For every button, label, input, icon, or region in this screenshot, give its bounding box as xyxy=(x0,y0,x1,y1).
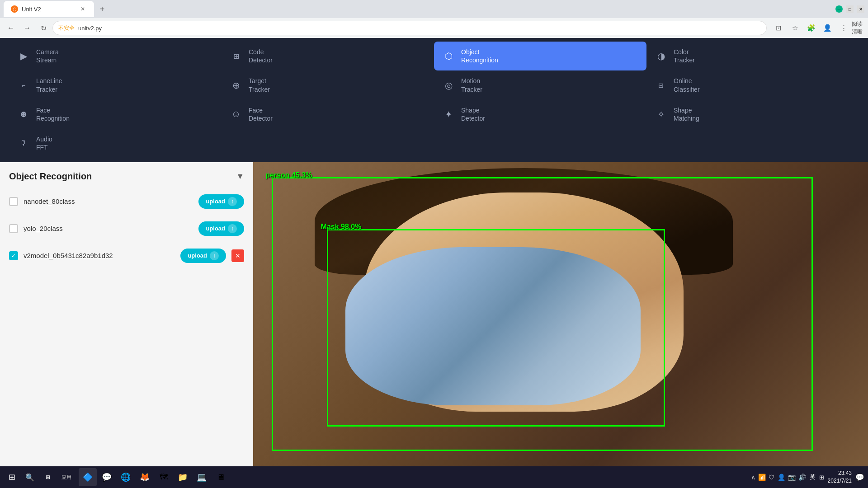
nav-item-code-detector[interactable]: ⊞ CodeDetector xyxy=(222,42,434,70)
tab-bar: ⬡ Unit V2 ✕ + ─ □ ✕ xyxy=(0,0,868,18)
taskbar-app-terminal[interactable]: 🖥 xyxy=(212,468,230,486)
nav-item-shape-detector[interactable]: ✦ ShapeDetector xyxy=(434,100,646,129)
nav-label-object-recognition: ObjectRecongnition xyxy=(461,48,498,64)
back-button[interactable]: ← xyxy=(4,21,18,35)
detection-label-person: person 45.3% xyxy=(265,171,312,179)
taskbar-apps: 🔷 💬 🌐 🦊 🗺 📁 💻 🖥 xyxy=(79,468,230,486)
refresh-button[interactable]: ↻ xyxy=(36,21,51,35)
upload-button-nanodet[interactable]: upload ↑ xyxy=(198,194,244,209)
nav-label-code-detector: CodeDetector xyxy=(249,48,273,64)
nav-item-shape-matching[interactable]: ✧ ShapeMatching xyxy=(646,100,859,129)
forward-button[interactable]: → xyxy=(20,21,34,35)
upload-button-yolo[interactable]: upload ↑ xyxy=(198,221,244,236)
upload-arrow-icon-yolo: ↑ xyxy=(228,224,237,233)
tray-arrow-icon[interactable]: ∧ xyxy=(751,474,755,481)
online-classifier-icon: ⊟ xyxy=(654,78,668,93)
reader-mode-icon[interactable]: 阅读清晰 xyxy=(852,22,864,34)
upload-arrow-icon-nanodet: ↑ xyxy=(228,197,237,206)
bookmark-icon[interactable]: ☆ xyxy=(788,22,801,34)
nav-item-target-tracker[interactable]: ⊕ TargetTracker xyxy=(222,70,434,99)
nav-item-color-tracker[interactable]: ◑ ColorTracker xyxy=(646,42,859,70)
url-text: unitv2.py xyxy=(78,25,102,32)
nav-item-audio-fft[interactable]: 🎙 AudioFFT xyxy=(9,129,222,158)
panel-header: Object Recognition ▼ xyxy=(9,171,244,182)
chrome-icon: 🌐 xyxy=(121,472,131,482)
code-detector-icon: ⊞ xyxy=(229,49,243,63)
nav-grid: ▶ CameraStream ⊞ CodeDetector ⬡ ObjectRe… xyxy=(0,42,868,158)
antivirus-icon[interactable]: 🛡 xyxy=(769,474,775,481)
nav-label-audio-fft: AudioFFT xyxy=(36,135,52,151)
tab-close-button[interactable]: ✕ xyxy=(79,5,87,13)
nav-item-camera-stream[interactable]: ▶ CameraStream xyxy=(9,42,222,70)
browser-chrome: ⬡ Unit V2 ✕ + ─ □ ✕ ← → ↻ 不安全 unitv2.py … xyxy=(0,0,868,38)
camera-stream-icon: ▶ xyxy=(16,49,31,63)
cast-icon[interactable]: ⊡ xyxy=(772,22,785,34)
profile-icon[interactable]: 👤 xyxy=(821,22,834,34)
wechat-icon: 💬 xyxy=(102,472,112,482)
menu-icon[interactable]: ⋮ xyxy=(837,22,850,34)
taskbar-app-chrome[interactable]: 🌐 xyxy=(117,468,135,486)
laneline-tracker-icon: ⌐ xyxy=(16,78,31,93)
widgets-button[interactable]: ⊞ xyxy=(40,469,56,485)
model-checkbox-yolo[interactable] xyxy=(9,224,18,233)
nav-item-object-recognition[interactable]: ⬡ ObjectRecongnition xyxy=(434,42,646,70)
nav-label-shape-matching: ShapeMatching xyxy=(674,106,699,122)
notification-icon[interactable]: 💬 xyxy=(855,473,864,482)
panel-collapse-button[interactable]: ▼ xyxy=(236,172,244,181)
window-control-close[interactable]: ✕ xyxy=(857,5,864,13)
window-control-minimize[interactable]: ─ xyxy=(835,5,843,13)
nav-item-face-detector[interactable]: ☺ FaceDetector xyxy=(222,100,434,129)
taskbar: ⊞ 🔍 ⊞ 应用 🔷 💬 🌐 🦊 🗺 📁 💻 🖥 ∧ 📶 xyxy=(0,466,868,488)
language-indicator: 英 xyxy=(810,473,816,481)
model-item-v2model: ✓ v2model_0b5431c82a9b1d32 upload ↑ ✕ xyxy=(9,245,244,267)
taskbar-app-firefox[interactable]: 🦊 xyxy=(136,468,154,486)
nav-item-motion-tracker[interactable]: ◎ MotionTracker xyxy=(434,70,646,99)
nav-label-motion-tracker: MotionTracker xyxy=(461,77,482,93)
nav-label-online-classifier: OnlineClassifier xyxy=(674,77,700,93)
extensions-icon[interactable]: 🧩 xyxy=(805,22,817,34)
face-detector-icon: ☺ xyxy=(229,107,243,122)
network-icon[interactable]: 📶 xyxy=(758,474,766,481)
object-recognition-icon: ⬡ xyxy=(441,49,456,63)
browser-toolbar: ⊡ ☆ 🧩 👤 ⋮ xyxy=(772,22,850,34)
active-tab[interactable]: ⬡ Unit V2 ✕ xyxy=(4,1,94,17)
nav-label-shape-detector: ShapeDetector xyxy=(461,106,485,122)
user-icon[interactable]: 👤 xyxy=(778,474,785,481)
clock-time: 23:43 xyxy=(828,469,852,477)
content-area: Object Recognition ▼ nanodet_80class upl… xyxy=(0,162,868,467)
camera-icon[interactable]: 📷 xyxy=(788,474,796,481)
taskbar-app-maps[interactable]: 🗺 xyxy=(155,468,173,486)
taskbar-app-wechat[interactable]: 💬 xyxy=(98,468,116,486)
input-mode-indicator: ⊞ xyxy=(819,474,824,481)
taskbar-app-filemanager[interactable]: 📁 xyxy=(174,468,192,486)
taskbar-app-ide[interactable]: 💻 xyxy=(193,468,211,486)
upload-button-v2model[interactable]: upload ↑ xyxy=(180,249,226,263)
face-recognition-icon: ☻ xyxy=(16,107,31,122)
shape-detector-icon: ✦ xyxy=(441,107,456,122)
model-checkbox-nanodet[interactable] xyxy=(9,197,18,206)
tab-favicon: ⬡ xyxy=(11,5,18,13)
model-name-yolo: yolo_20class xyxy=(24,225,193,232)
nav-item-laneline-tracker[interactable]: ⌐ LaneLineTracker xyxy=(9,70,222,99)
nav-item-online-classifier[interactable]: ⊟ OnlineClassifier xyxy=(646,70,859,99)
nav-item-face-recognition[interactable]: ☻ FaceRecognition xyxy=(9,100,222,129)
nav-label-camera-stream: CameraStream xyxy=(36,48,59,64)
firefox-icon: 🦊 xyxy=(140,472,150,482)
model-name-nanodet: nanodet_80class xyxy=(24,197,193,205)
address-bar[interactable]: 不安全 unitv2.py xyxy=(52,21,767,35)
upload-label-v2model: upload xyxy=(188,252,207,259)
clock-date: 2021/7/21 xyxy=(828,477,852,485)
start-button[interactable]: ⊞ xyxy=(4,469,20,485)
new-tab-button[interactable]: + xyxy=(96,3,108,15)
window-control-maximize[interactable]: □ xyxy=(846,5,854,13)
delete-button-v2model[interactable]: ✕ xyxy=(231,249,244,262)
taskbar-app-slack[interactable]: 🔷 xyxy=(79,468,97,486)
taskbar-right: ∧ 📶 🛡 👤 📷 🔊 英 ⊞ 23:43 2021/7/21 💬 xyxy=(751,469,864,485)
model-checkbox-v2model[interactable]: ✓ xyxy=(9,251,18,260)
filemanager-icon: 📁 xyxy=(178,472,188,482)
volume-icon[interactable]: 🔊 xyxy=(798,474,806,481)
model-list: nanodet_80class upload ↑ yolo_20class up… xyxy=(9,191,244,267)
search-button[interactable]: 🔍 xyxy=(22,469,38,485)
upload-label-yolo: upload xyxy=(206,225,225,232)
terminal-icon: 🖥 xyxy=(217,473,225,482)
